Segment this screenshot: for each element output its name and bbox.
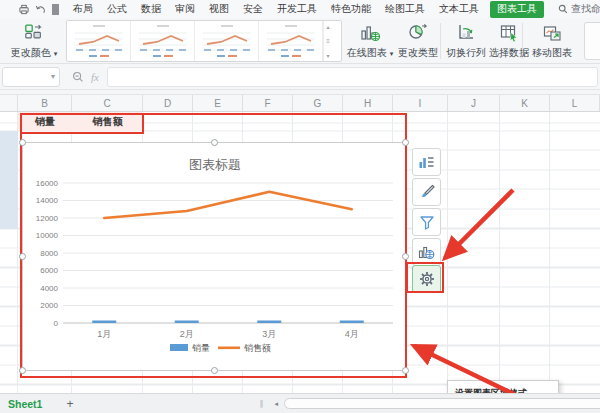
svg-text:销量: 销量	[192, 343, 210, 353]
printer-icon[interactable]	[18, 4, 30, 15]
menu-tab-data[interactable]: 数据	[134, 2, 168, 16]
tooltip-title: 设置图表区域格式	[455, 387, 551, 393]
move-chart-button[interactable]: 移动图表	[526, 21, 578, 61]
column-header-partial[interactable]	[0, 95, 18, 111]
menu-tab-view[interactable]: 视图	[202, 2, 236, 16]
svg-text:12000: 12000	[36, 214, 59, 223]
column-header-k[interactable]: K	[500, 95, 550, 111]
line-chart: 02000400060008000100001200014000160001月2…	[23, 143, 407, 372]
chart-style-gallery: ▴≡▾	[66, 20, 342, 62]
change-color-icon	[24, 23, 44, 40]
menu-tab-security[interactable]: 安全	[236, 2, 270, 16]
fx-icon: fx	[91, 71, 99, 83]
menu-tab-drawtools[interactable]: 绘图工具	[378, 2, 432, 16]
formula-bar: ▾ fx	[0, 64, 600, 90]
menu-tab-texttools[interactable]: 文本工具	[432, 2, 486, 16]
menu-tab-formula[interactable]: 公式	[100, 2, 134, 16]
chart-style-thumbnail[interactable]	[259, 21, 323, 61]
sheet-tab-sheet1[interactable]: Sheet1	[0, 398, 52, 410]
column-headers: BCDEFGHIJKL	[0, 94, 600, 112]
svg-text:2月: 2月	[180, 329, 194, 339]
quick-access-toolbar	[0, 4, 66, 15]
ribbon-chart-tools: 更改颜色 ▾ ▴≡▾ 在线图表 ▾更改类型切换行列选择数据移动图表	[0, 18, 600, 64]
chart-style-thumbnail[interactable]	[67, 21, 131, 61]
svg-text:6000: 6000	[40, 266, 58, 275]
column-header-d[interactable]: D	[143, 95, 193, 111]
svg-text:8000: 8000	[40, 249, 58, 258]
horizontal-scrollbar[interactable]	[284, 398, 600, 409]
svg-text:1月: 1月	[97, 329, 111, 339]
chart-handle-w[interactable]	[19, 253, 26, 260]
tooltip-format-chart-area: 设置图表区域格式 显示"格式"任务窗格以微调所选图表元素的格式。	[447, 380, 559, 393]
column-header-e[interactable]: E	[193, 95, 243, 111]
menu-tab-special[interactable]: 特色功能	[324, 2, 378, 16]
chart-filter-button[interactable]	[412, 208, 441, 236]
cell-c1[interactable]: 销售额	[72, 112, 143, 131]
svg-text:14000: 14000	[36, 196, 59, 205]
scroll-left-arrow[interactable]: ◂	[274, 400, 278, 408]
svg-text:4月: 4月	[345, 329, 359, 339]
formula-input[interactable]	[107, 67, 598, 87]
undo-icon[interactable]	[35, 4, 46, 15]
switch-row-column-button[interactable]: 切换行列	[443, 21, 489, 61]
find-command[interactable]: 查找命令...	[558, 2, 600, 16]
chart-handle-s[interactable]	[211, 367, 218, 374]
menu-tab-bar: 布局 公式 数据 审阅 视图 安全 开发工具 特色功能 绘图工具 文本工具 图表…	[0, 0, 600, 18]
menu-tab-review[interactable]: 审阅	[168, 2, 202, 16]
sheet-tab-bar: Sheet1 + ∥ ◂	[0, 393, 600, 413]
chart-object[interactable]: 02000400060008000100001200014000160001月2…	[22, 142, 406, 371]
change-color-button[interactable]: 更改颜色 ▾	[6, 21, 62, 61]
column-header-j[interactable]: J	[448, 95, 500, 111]
red-arrow-to-gear	[445, 190, 513, 258]
column-header-h[interactable]: H	[343, 95, 393, 111]
chart-style-thumbnail[interactable]	[131, 21, 195, 61]
online-chart-button-side[interactable]	[412, 238, 441, 266]
menu-tab-layout[interactable]: 布局	[66, 2, 100, 16]
scrollbar-grip[interactable]: ∥	[259, 399, 264, 408]
chart-handle-n[interactable]	[211, 139, 218, 146]
chart-elements-button[interactable]	[412, 148, 441, 176]
cell-b1[interactable]: 销量	[18, 112, 72, 131]
column-header-l[interactable]: L	[550, 95, 600, 111]
format-chart-area-button[interactable]	[412, 265, 441, 293]
ribbon-partial-button[interactable]	[584, 22, 600, 60]
refresh-icon[interactable]	[2, 4, 13, 15]
chart-handle-sw[interactable]	[19, 367, 26, 374]
chart-style-thumbnail[interactable]	[195, 21, 259, 61]
grid-line	[549, 112, 550, 393]
svg-text:图表标题: 图表标题	[189, 157, 241, 172]
grid-line	[447, 112, 448, 393]
chart-handle-e[interactable]	[402, 253, 409, 260]
column-header-g[interactable]: G	[293, 95, 343, 111]
svg-text:销售额: 销售额	[244, 343, 271, 353]
svg-text:2000: 2000	[40, 301, 58, 310]
chart-handle-ne[interactable]	[402, 139, 409, 146]
svg-text:10000: 10000	[36, 231, 59, 240]
column-header-f[interactable]: F	[243, 95, 293, 111]
column-header-c[interactable]: C	[72, 95, 143, 111]
svg-text:4000: 4000	[40, 284, 58, 293]
add-sheet-button[interactable]: +	[52, 397, 99, 411]
online-chart-button[interactable]: 在线图表 ▾	[345, 21, 395, 61]
name-box[interactable]: ▾	[2, 67, 60, 87]
chart-handle-se[interactable]	[402, 367, 409, 374]
wps-spreadsheet-window: 布局 公式 数据 审阅 视图 安全 开发工具 特色功能 绘图工具 文本工具 图表…	[0, 0, 600, 413]
grid-line	[499, 112, 500, 393]
collapsed-tab-chip	[52, 4, 59, 15]
ribbon-separator	[440, 23, 441, 59]
sheet-grid[interactable]: 销量 销售额 020004000600080001000012000140001…	[0, 112, 600, 393]
zoom-formula-icon[interactable]	[72, 71, 84, 83]
change-color-label: 更改颜色 ▾	[11, 46, 57, 60]
data-range-highlight	[0, 131, 18, 229]
menu-tab-charttools-active[interactable]: 图表工具	[490, 1, 544, 18]
gallery-scroll-control[interactable]: ▴≡▾	[323, 21, 332, 61]
column-header-b[interactable]: B	[18, 95, 72, 111]
svg-text:16000: 16000	[36, 179, 59, 188]
chart-handle-nw[interactable]	[19, 139, 26, 146]
find-command-label: 查找命令...	[571, 2, 600, 16]
change-type-button[interactable]: 更改类型	[396, 21, 440, 61]
namebox-caret: ▾	[51, 72, 55, 81]
column-header-i[interactable]: I	[393, 95, 448, 111]
chart-style-button[interactable]	[412, 178, 441, 206]
menu-tab-devtools[interactable]: 开发工具	[270, 2, 324, 16]
